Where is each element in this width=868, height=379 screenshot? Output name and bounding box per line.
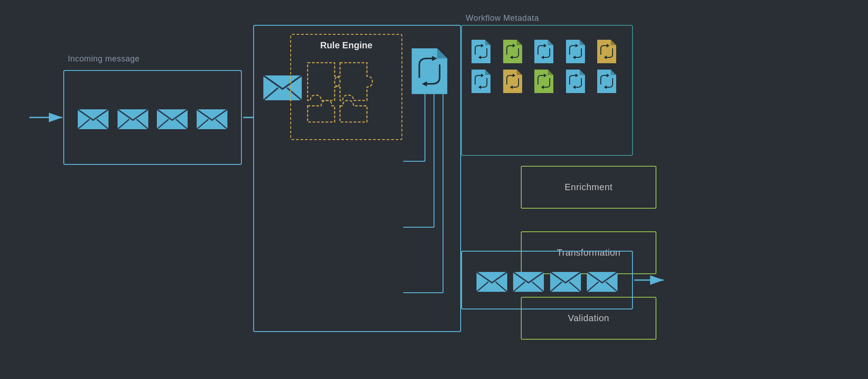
puzzle-icon xyxy=(300,57,391,127)
workflow-icons-grid xyxy=(462,30,632,103)
doc-icon-1 xyxy=(470,38,492,65)
rule-engine-label: Rule Engine xyxy=(320,40,373,51)
workflow-metadata-box xyxy=(461,25,633,156)
enrichment-label: Enrichment xyxy=(565,182,613,192)
output-envelope-2 xyxy=(512,268,545,292)
output-envelope-4 xyxy=(586,268,618,292)
incoming-message-label: Incoming message xyxy=(68,54,140,64)
envelope-2 xyxy=(117,106,149,129)
enrichment-box: Enrichment xyxy=(521,166,656,209)
doc-icon-8 xyxy=(533,68,555,94)
envelope-1 xyxy=(77,106,109,129)
validation-label: Validation xyxy=(568,313,609,323)
rule-engine-box: Rule Engine xyxy=(290,34,402,140)
diagram-container: Incoming message xyxy=(0,0,868,379)
workflow-metadata-label: Workflow Metadata xyxy=(466,14,539,23)
output-envelope-1 xyxy=(476,268,508,292)
doc-icon-9 xyxy=(565,68,586,94)
doc-icon-10 xyxy=(596,68,618,94)
output-envelope-3 xyxy=(549,268,582,292)
doc-icon-4 xyxy=(565,38,586,65)
transform-doc-icon xyxy=(409,45,450,99)
doc-icon-2 xyxy=(502,38,524,65)
doc-icon-7 xyxy=(502,68,524,94)
output-queue xyxy=(461,251,633,309)
doc-icon-5 xyxy=(596,38,618,65)
envelope-3 xyxy=(156,106,189,129)
envelope-4 xyxy=(196,106,228,129)
incoming-queue xyxy=(63,70,242,165)
doc-icon-6 xyxy=(470,68,492,94)
doc-icon-3 xyxy=(533,38,555,65)
